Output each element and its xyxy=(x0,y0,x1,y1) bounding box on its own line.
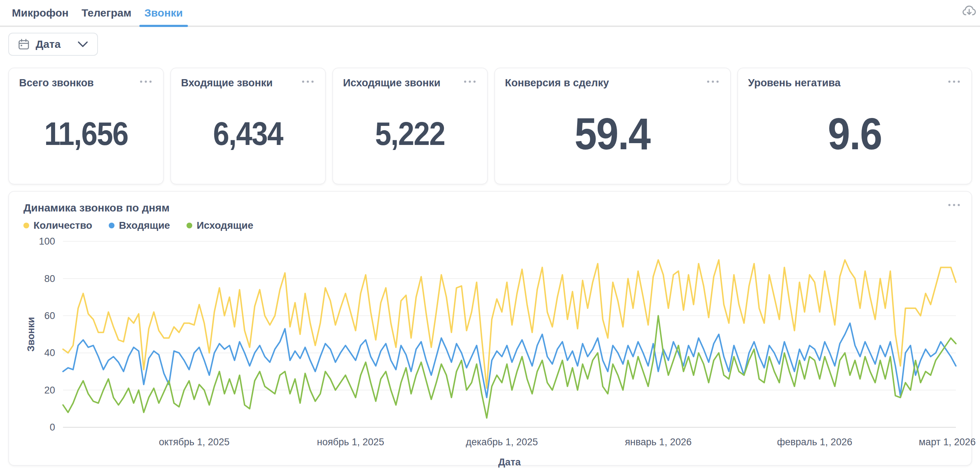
calendar-icon xyxy=(18,38,30,50)
calls-by-day-line-chart[interactable]: 020406080100октябрь 1, 2025ноябрь 1, 202… xyxy=(24,234,958,469)
kpi-card-negativity-level[interactable]: Уровень негатива 9.6 xyxy=(737,68,972,184)
ellipsis-icon[interactable] xyxy=(946,78,962,85)
chevron-down-icon xyxy=(77,41,89,48)
chart-title: Динамика звонков по дням xyxy=(24,202,957,214)
ellipsis-icon[interactable] xyxy=(300,78,316,85)
y-tick-label: 20 xyxy=(44,385,55,396)
ellipsis-icon[interactable] xyxy=(138,78,154,85)
cloud-download-icon[interactable] xyxy=(961,3,977,18)
y-tick-label: 60 xyxy=(44,311,55,321)
legend-item-incoming[interactable]: Входящие xyxy=(109,220,170,231)
tab-telegram[interactable]: Телеграм xyxy=(76,0,137,25)
y-tick-label: 100 xyxy=(39,236,55,247)
legend-label: Входящие xyxy=(119,220,170,231)
x-axis-label: Дата xyxy=(498,457,521,467)
ellipsis-icon[interactable] xyxy=(705,78,721,85)
y-tick-label: 40 xyxy=(44,347,55,358)
card-title: Всего звонков xyxy=(19,77,153,89)
series-line-2 xyxy=(63,316,956,418)
card-title: Входящие звонки xyxy=(181,77,315,89)
y-tick-label: 80 xyxy=(44,273,55,284)
y-tick-label: 0 xyxy=(50,422,55,433)
legend-item-quantity[interactable]: Количество xyxy=(24,220,92,231)
chart-legend: Количество Входящие Исходящие xyxy=(24,220,957,231)
legend-dot xyxy=(24,223,29,228)
tab-label: Телеграм xyxy=(81,7,131,19)
tab-label: Звонки xyxy=(144,7,183,19)
ellipsis-icon[interactable] xyxy=(462,78,478,85)
legend-dot xyxy=(109,223,115,228)
x-tick-label: январь 1, 2026 xyxy=(625,437,692,447)
filter-label: Дата xyxy=(36,38,60,50)
kpi-card-deal-conversion[interactable]: Конверсия в сделку 59.4 xyxy=(494,68,731,184)
dashboard-tab-bar: Микрофон Телеграм Звонки xyxy=(0,0,980,27)
date-filter-dropdown[interactable]: Дата xyxy=(8,33,98,56)
tab-microphone[interactable]: Микрофон xyxy=(7,0,73,25)
card-title: Уровень негатива xyxy=(748,77,961,89)
card-title: Исходящие звонки xyxy=(343,77,477,89)
card-value: 5,222 xyxy=(375,116,445,152)
legend-label: Количество xyxy=(33,220,92,231)
x-tick-label: март 1, 2026 xyxy=(919,437,976,447)
kpi-card-total-calls[interactable]: Всего звонков 11,656 xyxy=(8,68,164,184)
x-tick-label: ноябрь 1, 2025 xyxy=(317,437,384,447)
x-tick-label: февраль 1, 2026 xyxy=(777,437,852,447)
legend-label: Исходящие xyxy=(197,220,253,231)
y-axis-label: Звонки xyxy=(25,317,37,352)
card-value: 9.6 xyxy=(828,108,882,159)
ellipsis-icon[interactable] xyxy=(946,202,962,208)
card-value: 6,434 xyxy=(213,116,283,152)
kpi-card-row: Всего звонков 11,656 Входящие звонки 6,4… xyxy=(8,68,972,184)
kpi-card-outgoing-calls[interactable]: Исходящие звонки 5,222 xyxy=(332,68,488,184)
card-value: 59.4 xyxy=(574,108,650,159)
legend-item-outgoing[interactable]: Исходящие xyxy=(186,220,253,231)
x-tick-label: октябрь 1, 2025 xyxy=(159,437,229,447)
calls-by-day-chart-card: Динамика звонков по дням Количество Вход… xyxy=(8,191,972,466)
card-value: 11,656 xyxy=(44,116,128,152)
tab-label: Микрофон xyxy=(12,7,68,19)
kpi-card-incoming-calls[interactable]: Входящие звонки 6,434 xyxy=(170,68,326,184)
legend-dot xyxy=(186,223,192,228)
card-title: Конверсия в сделку xyxy=(505,77,720,89)
series-line-1 xyxy=(63,323,956,398)
filter-row: Дата xyxy=(8,33,980,56)
x-tick-label: декабрь 1, 2025 xyxy=(466,437,538,447)
tab-calls[interactable]: Звонки xyxy=(139,0,188,25)
